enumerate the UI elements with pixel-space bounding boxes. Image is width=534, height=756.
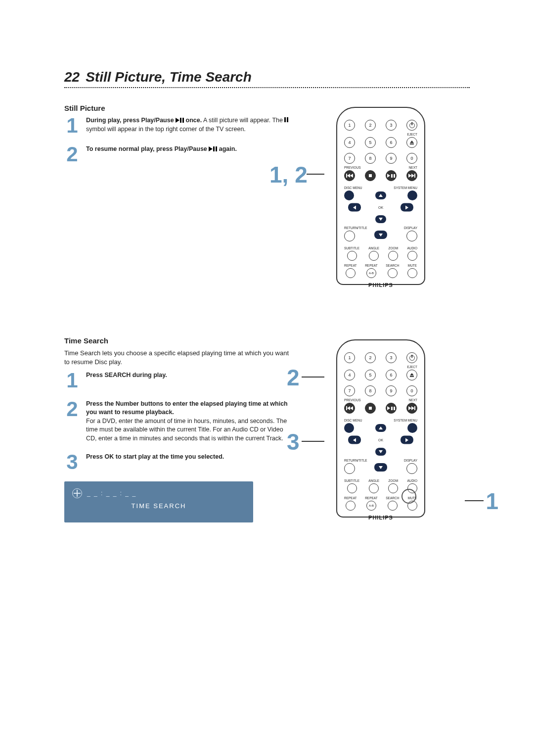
remote-btn-5[interactable]: 5 (365, 370, 376, 380)
remote-btn-2[interactable]: 2 (365, 120, 376, 131)
remote-btn-up[interactable] (375, 191, 386, 199)
play-icon (387, 174, 390, 178)
remote-btn-9[interactable]: 9 (386, 153, 397, 164)
remote-btn-1[interactable]: 1 (344, 352, 355, 363)
remote-btn-return[interactable] (344, 463, 355, 474)
remote-btn-down2[interactable] (374, 231, 387, 239)
remote-btn-prev[interactable] (344, 403, 355, 414)
return-title-label: RETURN/TITLE (344, 459, 367, 462)
remote-btn-1[interactable]: 1 (344, 120, 355, 131)
remote-btn-zoom[interactable] (388, 251, 398, 261)
remote-btn-repeat[interactable] (346, 501, 356, 511)
remote-btn-eject[interactable] (406, 137, 417, 148)
remote-btn-2[interactable]: 2 (365, 352, 376, 363)
remote-btn-playpause[interactable] (386, 403, 397, 414)
eject-label: EJECT (407, 133, 417, 136)
remote-btn-repeat-ab[interactable]: A-B (366, 501, 376, 511)
time-search-heading: Time Search (64, 336, 292, 345)
remote-btn-8[interactable]: 8 (365, 385, 376, 396)
still-step2-lead: To resume normal play, press Play/Pause (86, 145, 209, 152)
remote-btn-up[interactable] (375, 424, 386, 432)
pause-icon (391, 174, 395, 178)
remote-btn-display[interactable] (406, 231, 417, 241)
remote-btn-disc-menu[interactable] (344, 190, 354, 200)
remote-btn-search[interactable] (388, 501, 398, 511)
remote-btn-search[interactable] (388, 268, 398, 278)
remote-btn-9[interactable]: 9 (386, 385, 397, 396)
remote-btn-display[interactable] (406, 463, 417, 474)
ts-step2-rest: For a DVD, enter the amount of time in h… (86, 418, 287, 442)
left-icon (353, 438, 356, 442)
remote-btn-5[interactable]: 5 (365, 137, 376, 148)
repeat-label: REPEAT (344, 264, 357, 267)
remote-btn-right[interactable] (400, 203, 413, 212)
callout-2: 2 (287, 364, 300, 391)
up-icon (379, 194, 383, 197)
remote-btn-system-menu[interactable] (407, 190, 417, 200)
power-icon (409, 123, 415, 128)
play-icon (387, 406, 390, 410)
still-picture-heading: Still Picture (64, 104, 292, 112)
remote-btn-3[interactable]: 3 (386, 352, 397, 363)
remote-btn-6[interactable]: 6 (386, 370, 397, 380)
lead-line (307, 174, 324, 175)
osd-title: TIME SEARCH (72, 502, 245, 510)
right-icon (405, 438, 408, 442)
remote-btn-disc-menu[interactable] (344, 423, 354, 433)
lead-line (302, 441, 324, 442)
remote-btn-left[interactable] (348, 203, 361, 212)
remote-btn-4[interactable]: 4 (344, 370, 355, 380)
remote-btn-stop[interactable] (365, 403, 376, 414)
remote-btn-prev[interactable] (344, 170, 355, 181)
remote-btn-subtitle[interactable] (347, 483, 357, 493)
eject-label: EJECT (407, 365, 417, 369)
remote-btn-right[interactable] (400, 436, 413, 444)
remote-btn-0[interactable]: 0 (406, 385, 417, 396)
remote-btn-audio[interactable] (407, 251, 417, 261)
still-step1-rest-tail: symbol will appear in the top right corn… (86, 126, 246, 133)
callout-1-2: 1, 2 (269, 161, 308, 188)
search-label: SEARCH (386, 496, 399, 500)
disc-menu-label: DISC MENU (344, 419, 362, 422)
callout-1: 1 (486, 488, 498, 515)
remote-btn-0[interactable]: 0 (406, 153, 417, 164)
remote-btn-return[interactable] (344, 231, 355, 241)
remote-btn-down2[interactable] (374, 463, 387, 472)
remote-btn-down[interactable] (375, 448, 386, 456)
next-label: NEXT (409, 166, 417, 169)
remote-btn-left[interactable] (348, 436, 361, 444)
down-icon (379, 450, 383, 453)
remote-btn-6[interactable]: 6 (386, 137, 397, 148)
remote-btn-8[interactable]: 8 (365, 153, 376, 164)
remote-btn-power[interactable] (406, 352, 417, 363)
remote-btn-angle[interactable] (369, 251, 379, 261)
subtitle-label: SUBTITLE (344, 246, 359, 250)
remote-btn-subtitle[interactable] (347, 251, 357, 261)
remote-btn-playpause[interactable] (386, 170, 397, 181)
pause-icon (391, 407, 395, 410)
remote-btn-4[interactable]: 4 (344, 137, 355, 148)
remote-btn-3[interactable]: 3 (386, 120, 397, 131)
remote-btn-repeat[interactable] (346, 268, 356, 278)
remote-btn-angle[interactable] (369, 483, 379, 493)
remote-btn-next[interactable] (406, 403, 417, 414)
remote-btn-down[interactable] (375, 215, 386, 223)
remote-btn-repeat-ab[interactable]: A-B (366, 268, 376, 278)
search-label: SEARCH (386, 264, 399, 267)
remote-btn-mute[interactable] (407, 268, 417, 278)
lead-line (465, 500, 484, 501)
remote-btn-next[interactable] (406, 170, 417, 181)
remote-btn-7[interactable]: 7 (344, 153, 355, 164)
remote-btn-power[interactable] (406, 120, 417, 131)
remote-btn-eject[interactable] (406, 370, 417, 380)
left-icon (353, 205, 356, 209)
remote-btn-system-menu[interactable] (407, 423, 417, 433)
pause-icon (180, 118, 184, 123)
remote-btn-stop[interactable] (365, 170, 376, 181)
right-icon (405, 205, 408, 209)
next-label: NEXT (409, 398, 417, 402)
remote-btn-7[interactable]: 7 (344, 385, 355, 396)
dpad-icon (72, 488, 82, 498)
remote-btn-zoom[interactable] (388, 483, 398, 493)
disc-menu-label: DISC MENU (344, 186, 362, 189)
